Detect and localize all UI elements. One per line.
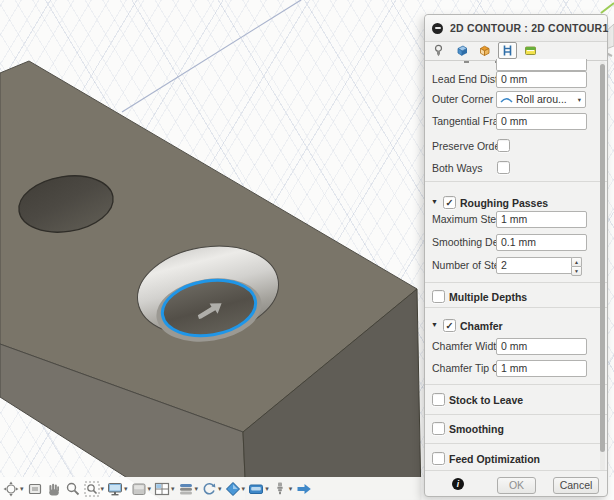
stepper-up-icon[interactable]: ▲ (571, 257, 582, 266)
tab-tool[interactable] (429, 42, 448, 59)
passes-icon (501, 44, 514, 57)
grid-display-caret-icon[interactable]: ▾ (148, 481, 152, 497)
dialog-header[interactable]: 2D CONTOUR : 2D CONTOUR1 (425, 15, 607, 42)
simulate-loop-caret-icon[interactable]: ▾ (218, 481, 222, 497)
simulate-loop-icon[interactable] (201, 481, 217, 497)
zoom-window-icon[interactable] (84, 481, 100, 497)
pan-icon[interactable] (46, 481, 62, 497)
inspect-caret-icon[interactable]: ▾ (242, 481, 246, 497)
post-tool-control[interactable]: ▾ (272, 481, 293, 497)
viewports-control[interactable]: ▾ (154, 481, 175, 497)
grid-display-control[interactable]: ▾ (131, 481, 152, 497)
row-both-ways: Both Ways (425, 160, 607, 177)
number-of-stepovers-stepper[interactable]: ▲ ▼ (571, 257, 582, 274)
orbit-caret-icon[interactable]: ▾ (20, 481, 24, 497)
collapse-icon[interactable] (432, 23, 443, 34)
display-settings-icon[interactable] (107, 481, 123, 497)
fusion360-window: ▾ ▾ (0, 0, 614, 500)
clipped-input[interactable] (496, 59, 587, 71)
stock-to-leave-checkbox[interactable] (432, 393, 445, 406)
row-outer-corner-mode: Outer Corner Mode Roll arou... ▾ (425, 91, 607, 108)
row-stock-to-leave: Stock to Leave (425, 392, 607, 409)
row-feed-optimization: Feed Optimization (425, 451, 607, 468)
row-lead-end-distance: Lead End Distance 0 mm (425, 71, 607, 88)
post-tool-caret-icon[interactable]: ▾ (289, 481, 293, 497)
dialog-2d-contour: 2D CONTOUR : 2D CONTOUR1 (424, 14, 608, 497)
steps-control[interactable]: ▾ (178, 481, 199, 497)
machine-icon[interactable] (248, 481, 264, 497)
cancel-button[interactable]: Cancel (553, 477, 599, 494)
dropdown-caret-icon: ▾ (578, 92, 581, 107)
dialog-footer: i OK Cancel (425, 470, 607, 497)
stepper-down-icon[interactable]: ▼ (571, 266, 582, 276)
steps-caret-icon[interactable]: ▾ (195, 481, 199, 497)
multiple-depths-label: Multiple Depths (449, 291, 527, 303)
next-arrow-icon[interactable] (295, 481, 313, 497)
tab-geometry[interactable] (452, 42, 471, 59)
divider (425, 307, 607, 308)
row-maximum-stepover: Maximum Stepover 1 mm (425, 211, 607, 228)
steps-icon[interactable] (178, 481, 194, 497)
dialog-scrollbar[interactable] (600, 61, 605, 471)
machine-caret-icon[interactable]: ▾ (265, 481, 269, 497)
row-clipped-field (425, 59, 607, 71)
row-multiple-depths: Multiple Depths (425, 289, 607, 306)
roughing-passes-label: Roughing Passes (460, 197, 548, 209)
tab-passes[interactable] (498, 42, 517, 59)
chamfer-tip-offset-input[interactable]: 1 mm (496, 360, 587, 377)
outer-corner-mode-select[interactable]: Roll arou... ▾ (496, 91, 586, 108)
tab-heights[interactable] (475, 42, 494, 59)
divider (425, 443, 607, 444)
geometry-icon (455, 44, 468, 57)
chamfer-disclosure-icon[interactable]: ▼ (431, 321, 438, 328)
divider (425, 414, 607, 415)
number-of-stepovers-input[interactable]: 2 (496, 257, 573, 274)
row-preserve-order: Preserve Order (425, 138, 607, 155)
row-smoothing: Smoothing (425, 421, 607, 438)
look-at-icon[interactable] (27, 481, 43, 497)
feed-optimization-checkbox[interactable] (432, 452, 445, 465)
dialog-title: 2D CONTOUR : 2D CONTOUR1 (450, 22, 608, 34)
divider (425, 181, 607, 182)
chamfer-checkbox[interactable]: ✓ (443, 319, 456, 332)
smoothing-checkbox[interactable] (432, 422, 445, 435)
smoothing-label: Smoothing (449, 423, 504, 435)
inspect-control[interactable]: ▾ (225, 481, 246, 497)
info-icon[interactable]: i (452, 478, 464, 490)
stock-to-leave-label: Stock to Leave (449, 394, 523, 406)
post-tool-icon[interactable] (272, 481, 288, 497)
smoothing-deviation-input[interactable]: 0.1 mm (496, 234, 587, 251)
zoom-window-caret-icon[interactable]: ▾ (101, 481, 105, 497)
roughing-passes-disclosure-icon[interactable]: ▼ (431, 198, 438, 205)
chamfer-width-label: Chamfer Width (432, 340, 502, 352)
preserve-order-label: Preserve Order (432, 140, 504, 152)
tangential-fragment-input[interactable]: 0 mm (496, 113, 587, 130)
roughing-passes-checkbox[interactable]: ✓ (443, 196, 456, 209)
machine-control[interactable]: ▾ (248, 481, 269, 497)
viewports-icon[interactable] (154, 481, 170, 497)
display-settings-caret-icon[interactable]: ▾ (124, 481, 128, 497)
ok-button[interactable]: OK (497, 477, 536, 494)
orbit-control[interactable]: ▾ (3, 481, 24, 497)
lead-end-distance-input[interactable]: 0 mm (496, 71, 587, 88)
simulate-loop-control[interactable]: ▾ (201, 481, 222, 497)
divider (425, 282, 607, 283)
chamfer-width-input[interactable]: 0 mm (496, 338, 587, 355)
zoom-icon[interactable] (65, 481, 81, 497)
inspect-diamond-icon[interactable] (225, 481, 241, 497)
preserve-order-checkbox[interactable] (497, 139, 510, 152)
viewports-caret-icon[interactable]: ▾ (171, 481, 175, 497)
row-chamfer-width: Chamfer Width 0 mm (425, 338, 607, 355)
tab-linking[interactable] (521, 42, 540, 59)
dialog-scrollbar-thumb[interactable] (600, 64, 605, 452)
grid-display-icon[interactable] (131, 481, 147, 497)
display-settings-control[interactable]: ▾ (107, 481, 128, 497)
orbit-icon[interactable] (3, 481, 19, 497)
row-chamfer-tip-offset: Chamfer Tip Offset 1 mm (425, 360, 607, 377)
tangent-curve-icon (500, 95, 513, 104)
divider (425, 384, 607, 385)
both-ways-checkbox[interactable] (497, 161, 510, 174)
maximum-stepover-input[interactable]: 1 mm (496, 211, 587, 228)
zoom-window-control[interactable]: ▾ (84, 481, 105, 497)
multiple-depths-checkbox[interactable] (432, 290, 445, 303)
